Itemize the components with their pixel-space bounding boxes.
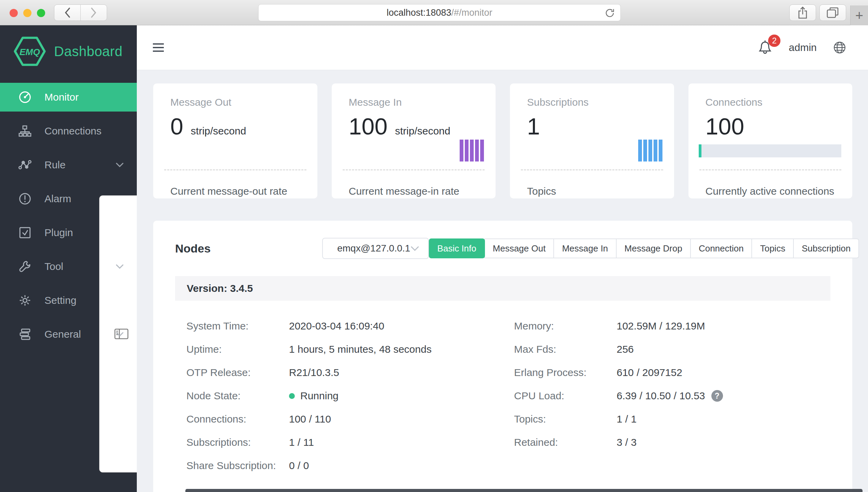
stat-row: Subscriptions:1 / 11 <box>175 431 503 454</box>
chevron-down-icon <box>116 332 124 337</box>
stat-row: Uptime:1 hours, 5 minutes, 48 seconds <box>175 338 503 361</box>
card-footer: Current message-out rate <box>170 185 287 197</box>
sidebar-item-monitor[interactable]: Monitor <box>0 83 137 112</box>
card-footer: Current message-in rate <box>349 185 459 197</box>
card-title: Message Out <box>170 96 231 108</box>
sidebar-item-rule[interactable]: Rule <box>0 151 137 179</box>
card-value: 100 <box>349 113 387 140</box>
node-select-dropdown[interactable]: emqx@127.0.0.1 <box>322 238 429 259</box>
stat-value: Running <box>289 390 339 402</box>
notifications-button[interactable]: 2 <box>757 39 773 56</box>
nodes-panel: Nodes emqx@127.0.0.1 Basic Info Message … <box>153 221 852 492</box>
checkbox-icon <box>18 226 31 239</box>
stat-row: Max Fds:256 <box>503 338 830 361</box>
node-stats: System Time:2020-03-04 16:09:40 Uptime:1… <box>175 314 830 477</box>
tab-message-out[interactable]: Message Out <box>484 238 554 258</box>
card-title: Message In <box>349 96 402 108</box>
username[interactable]: admin <box>789 42 817 53</box>
stat-value: 610 / 2097152 <box>617 367 682 378</box>
tab-basic-info[interactable]: Basic Info <box>429 238 485 258</box>
bottom-cutoff-panel <box>185 489 863 492</box>
stat-value: 1 / 11 <box>289 437 314 448</box>
stat-value: 3 / 3 <box>617 437 636 448</box>
stat-label: Uptime: <box>186 344 289 355</box>
minimize-button[interactable] <box>23 9 31 17</box>
stat-value: 2020-03-04 16:09:40 <box>289 320 384 332</box>
card-unit: strip/second <box>395 125 450 137</box>
stat-label: Node State: <box>186 390 289 402</box>
stat-value: R21/10.3.5 <box>289 367 339 378</box>
brand-name: Dashboard <box>54 44 122 59</box>
tab-overview-button[interactable] <box>819 4 846 21</box>
back-button[interactable] <box>54 4 81 21</box>
stat-value: 1 / 1 <box>617 413 636 425</box>
stat-value: 6.39 / 10.50 / 10.53? <box>617 390 723 402</box>
gear-icon <box>18 294 31 307</box>
stat-label: Erlang Process: <box>514 367 617 378</box>
hamburger-menu-icon[interactable] <box>153 43 164 52</box>
nodes-tabbar: Basic Info Message Out Message In Messag… <box>429 238 859 258</box>
forward-button[interactable] <box>80 4 107 21</box>
card-value: 1 <box>527 113 540 140</box>
stat-row: Connections:100 / 110 <box>175 407 503 431</box>
tabs-icon <box>827 7 839 18</box>
card-message-in: Message In 100 strip/second Current mess… <box>332 83 496 198</box>
fullscreen-button[interactable] <box>37 9 45 17</box>
stat-label: OTP Release: <box>186 367 289 378</box>
version-label: Version: 3.4.5 <box>187 283 253 294</box>
stats-right-column: Memory:102.59M / 129.19M Max Fds:256 Erl… <box>503 314 830 477</box>
stat-row: Node State:Running <box>175 384 503 407</box>
card-message-out: Message Out 0 strip/second Current messa… <box>153 83 317 198</box>
card-unit: strip/second <box>191 125 246 137</box>
stat-label: System Time: <box>186 320 289 332</box>
chevron-down-icon <box>116 163 124 167</box>
tab-message-in[interactable]: Message In <box>553 238 616 258</box>
share-button[interactable] <box>789 4 816 21</box>
sidebar-item-label: Rule <box>44 159 66 171</box>
card-footer: Currently active connections <box>706 185 834 197</box>
stat-value: 0 / 0 <box>289 460 309 471</box>
reload-icon[interactable] <box>605 8 615 18</box>
stat-label: Memory: <box>514 320 617 332</box>
stat-row: CPU Load:6.39 / 10.50 / 10.53? <box>503 384 830 407</box>
sidebar-item-label: Monitor <box>44 91 79 103</box>
dashed-divider <box>164 169 306 170</box>
top-header: 2 admin <box>137 25 868 70</box>
emq-logo: EMQ <box>14 36 46 66</box>
address-bar[interactable]: localhost:18083/#/monitor <box>258 4 621 21</box>
stat-row: Topics:1 / 1 <box>503 407 830 431</box>
language-globe-icon[interactable] <box>832 40 847 55</box>
brand: EMQ Dashboard <box>0 25 137 77</box>
mini-bar-chart <box>638 140 662 161</box>
browser-chrome: localhost:18083/#/monitor + <box>0 0 868 25</box>
sidebar-item-label: General <box>44 328 81 340</box>
wrench-icon <box>18 260 31 273</box>
stat-label: Share Subscription: <box>186 460 289 471</box>
nodes-title: Nodes <box>175 242 211 255</box>
tab-subscription[interactable]: Subscription <box>793 238 859 258</box>
cpu-load-help-icon[interactable]: ? <box>711 390 723 402</box>
notification-badge: 2 <box>768 35 780 47</box>
new-tab-button[interactable]: + <box>850 5 868 25</box>
tab-message-drop[interactable]: Message Drop <box>616 238 691 258</box>
main-area: 2 admin Message Out 0 strip/second Curre… <box>137 25 868 492</box>
chevron-down-icon <box>116 264 124 269</box>
card-connections: Connections 100 Currently active connect… <box>688 83 853 198</box>
connections-progress-bar <box>699 144 842 157</box>
sidebar-item-connections[interactable]: Connections <box>0 117 137 145</box>
stat-label: CPU Load: <box>514 390 617 402</box>
dashed-divider <box>699 169 842 170</box>
tab-topics[interactable]: Topics <box>751 238 794 258</box>
stat-label: Topics: <box>514 413 617 425</box>
logo-text: EMQ <box>19 47 40 57</box>
tab-connection[interactable]: Connection <box>690 238 752 258</box>
stat-row: Erlang Process:610 / 2097152 <box>503 361 830 384</box>
progress-fill <box>699 144 701 157</box>
sidebar-item-label: Alarm <box>44 193 71 205</box>
stat-row: OTP Release:R21/10.3.5 <box>175 361 503 384</box>
gauge-icon <box>18 91 31 104</box>
close-button[interactable] <box>10 9 18 17</box>
share-icon <box>798 7 807 19</box>
stat-row: Memory:102.59M / 129.19M <box>503 314 830 338</box>
card-value: 100 <box>706 113 744 140</box>
